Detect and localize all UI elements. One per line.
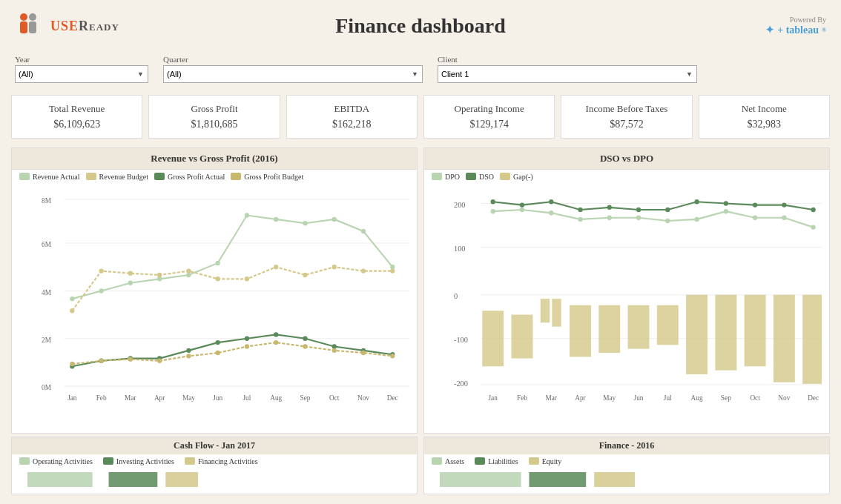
svg-rect-136 [440, 472, 521, 487]
svg-point-64 [128, 357, 133, 361]
charts-row: Revenue vs Gross Profit (2016) Revenue A… [0, 145, 841, 434]
svg-point-56 [245, 336, 249, 340]
svg-text:Mar: Mar [545, 394, 557, 402]
svg-rect-138 [594, 472, 635, 487]
svg-point-57 [274, 332, 278, 336]
svg-point-1 [29, 13, 36, 21]
svg-rect-133 [27, 472, 93, 487]
svg-point-43 [216, 276, 220, 281]
chart1-area: 8M 6M 4M 2M 0M Jan Feb Mar Apr May Jun [12, 184, 417, 433]
filters-bar: Year (All) Quarter (All) Client Client 1 [0, 52, 841, 89]
svg-point-102 [636, 215, 641, 219]
svg-text:200: 200 [454, 201, 465, 209]
svg-point-115 [665, 208, 670, 212]
logo-icon [15, 11, 44, 41]
quarter-filter-group: Quarter (All) [163, 55, 423, 83]
svg-point-63 [99, 358, 104, 362]
svg-point-46 [303, 273, 307, 277]
svg-rect-89 [598, 305, 620, 353]
svg-rect-134 [109, 472, 158, 487]
svg-point-116 [694, 199, 699, 204]
client-select-wrapper[interactable]: Client 1 [438, 65, 697, 83]
kpi-operating-income: Operating Income $129,174 [423, 95, 555, 139]
svg-text:Sep: Sep [721, 394, 731, 402]
panel-finance: Finance - 2016 Assets Liabilities Equity [423, 437, 830, 494]
legend-gap: Gap(-) [500, 173, 533, 181]
header: USEReady Finance dashboard Powered By ✦+… [0, 0, 841, 52]
legend-assets: Assets [432, 457, 464, 465]
legend-operating: Operating Activities [19, 457, 93, 465]
year-select-wrapper[interactable]: (All) [15, 65, 148, 83]
legend-gp-budget: Gross Profit Budget [231, 173, 303, 181]
svg-point-120 [811, 208, 816, 212]
client-select[interactable]: Client 1 [438, 65, 697, 83]
svg-point-54 [186, 348, 191, 353]
svg-point-110 [520, 202, 524, 207]
svg-point-106 [753, 215, 757, 219]
svg-point-73 [390, 354, 395, 358]
svg-point-40 [128, 271, 133, 275]
svg-rect-90 [628, 305, 650, 349]
svg-point-69 [274, 340, 278, 345]
chart1-svg: 8M 6M 4M 2M 0M Jan Feb Mar Apr May Jun [42, 188, 409, 418]
svg-text:Apr: Apr [154, 394, 165, 402]
svg-point-108 [811, 225, 816, 229]
chart-revenue-gross-profit: Revenue vs Gross Profit (2016) Revenue A… [11, 147, 418, 434]
svg-point-45 [274, 265, 278, 269]
svg-point-58 [303, 336, 307, 340]
finance-bars [424, 468, 829, 494]
svg-text:Sep: Sep [300, 394, 310, 402]
chart2-svg: 200 100 0 -100 -200 [454, 188, 822, 418]
cash-flow-bars [12, 468, 417, 494]
legend-dso: DSO [466, 173, 494, 181]
svg-point-66 [186, 354, 191, 358]
svg-text:8M: 8M [42, 197, 51, 205]
svg-text:Apr: Apr [575, 394, 586, 402]
svg-point-117 [724, 201, 728, 205]
svg-point-101 [607, 215, 612, 219]
svg-rect-86 [541, 299, 550, 322]
svg-rect-135 [165, 472, 198, 487]
svg-point-113 [607, 205, 612, 209]
svg-point-36 [361, 229, 366, 233]
kpi-gross-profit: Gross Profit $1,810,685 [148, 95, 280, 139]
svg-point-28 [128, 280, 133, 285]
legend-liabilities: Liabilities [475, 457, 518, 465]
legend-gp-actual: Gross Profit Actual [154, 173, 225, 181]
svg-point-38 [70, 308, 74, 313]
quarter-select-wrapper[interactable]: (All) [163, 65, 423, 83]
quarter-label: Quarter [163, 55, 423, 64]
svg-point-70 [303, 344, 307, 348]
svg-point-71 [332, 348, 337, 353]
svg-point-112 [578, 208, 582, 212]
svg-point-35 [332, 217, 337, 222]
svg-text:Jul: Jul [664, 394, 672, 402]
svg-text:0: 0 [454, 292, 458, 300]
chart2-title: DSO vs DPO [424, 148, 829, 170]
svg-point-41 [157, 273, 162, 277]
legend-revenue-budget: Revenue Budget [86, 173, 148, 181]
svg-point-104 [694, 217, 699, 222]
svg-rect-91 [657, 305, 679, 345]
svg-text:-200: -200 [454, 379, 468, 388]
year-label: Year [15, 55, 148, 64]
finance-title: Finance - 2016 [424, 437, 829, 454]
quarter-select[interactable]: (All) [163, 65, 423, 83]
svg-rect-2 [20, 21, 27, 33]
cash-flow-title: Cash Flow - Jan 2017 [12, 437, 417, 454]
svg-rect-95 [774, 295, 795, 382]
svg-text:Aug: Aug [691, 394, 703, 402]
chart1-legend: Revenue Actual Revenue Budget Gross Prof… [12, 170, 417, 184]
svg-text:Feb: Feb [96, 394, 107, 402]
year-select[interactable]: (All) [15, 65, 148, 83]
svg-text:2M: 2M [42, 336, 51, 344]
svg-point-107 [782, 215, 786, 219]
svg-point-114 [636, 208, 641, 212]
svg-point-33 [274, 217, 278, 222]
svg-point-49 [390, 268, 395, 273]
client-label: Client [438, 55, 697, 64]
svg-point-42 [186, 268, 191, 273]
svg-rect-96 [802, 295, 822, 384]
svg-text:Jun: Jun [634, 394, 644, 402]
legend-financing: Financing Activities [185, 457, 258, 465]
